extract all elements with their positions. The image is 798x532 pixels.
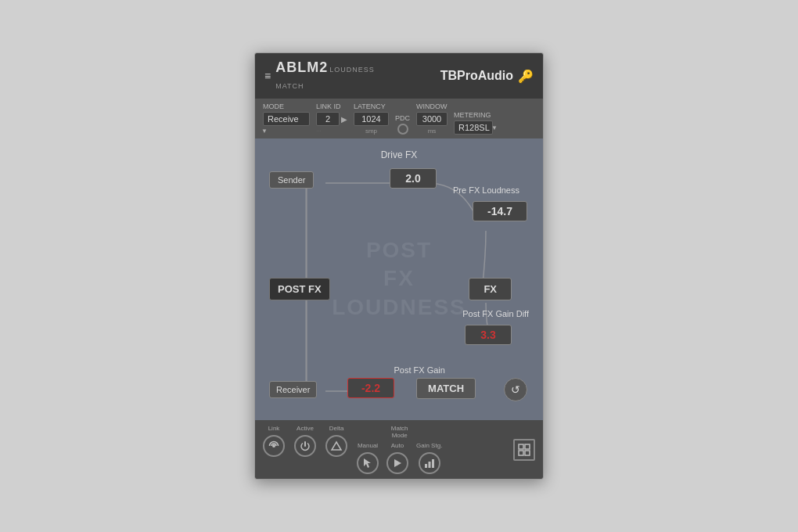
latency-value[interactable]: 1024: [354, 112, 389, 126]
main-area: POSTFX LOUDNESS Drive FX Sender 2.0 Pre …: [255, 138, 543, 420]
svg-point-3: [272, 444, 275, 448]
svg-rect-7: [425, 464, 427, 468]
mode-dropdown-arrow: ▼: [261, 128, 310, 135]
cursor-icon: [361, 457, 374, 469]
link-icon-button[interactable]: [263, 435, 285, 457]
svg-marker-5: [364, 458, 371, 468]
expand-icon: [518, 444, 530, 456]
link-bottom-label: Link: [268, 425, 280, 432]
fx-box[interactable]: FX: [469, 278, 512, 300]
metering-label: METERING: [454, 111, 498, 119]
ms-unit: ms: [416, 128, 448, 135]
sender-button[interactable]: Sender: [269, 171, 314, 189]
active-icon-group: Active: [294, 425, 316, 457]
metering-dropdown-arrow: ▼: [491, 124, 498, 131]
pdc-indicator[interactable]: [397, 124, 408, 135]
manual-label: Manual: [358, 442, 378, 449]
latency-label: LATENCY: [354, 102, 389, 110]
gain-stg-icon-group: Gain Stg.: [416, 442, 442, 474]
logo-text: ABLM2LOUDNESSMATCH: [275, 59, 375, 92]
svg-rect-12: [519, 451, 523, 455]
active-icon-button[interactable]: [294, 435, 316, 457]
window-value[interactable]: 3000: [416, 112, 448, 126]
link-value[interactable]: 2: [316, 112, 340, 126]
power-icon: [299, 440, 311, 452]
header-left: ≡ ABLM2LOUDNESSMATCH: [264, 59, 375, 92]
svg-rect-10: [519, 444, 523, 449]
match-mode-label: MatchMode: [357, 425, 442, 439]
post-fx-gain-label: Post FX Gain: [394, 365, 444, 375]
header-bar: ≡ ABLM2LOUDNESSMATCH TBProAudio 🔑: [255, 53, 543, 99]
metering-value[interactable]: R128SL: [454, 120, 493, 135]
auto-play-button[interactable]: [386, 452, 408, 474]
svg-rect-9: [432, 459, 434, 468]
post-fx-gain-diff-value[interactable]: 3.3: [465, 325, 512, 345]
bars-icon: [423, 457, 436, 469]
window-label: WINDOW: [416, 102, 448, 110]
match-mode-section: MatchMode Manual Auto: [357, 425, 442, 474]
manual-cursor-button[interactable]: [357, 452, 379, 474]
delta-icon-button[interactable]: [325, 435, 347, 457]
link-arrow[interactable]: ▶: [341, 115, 347, 124]
drive-fx-label: Drive FX: [381, 149, 418, 160]
link-icon-group: Link: [263, 425, 285, 457]
watermark: POSTFX LOUDNESS: [327, 236, 471, 322]
bottom-icons: Link Active: [263, 425, 442, 474]
plugin-window: ≡ ABLM2LOUDNESSMATCH TBProAudio 🔑 MODE R…: [254, 52, 544, 480]
controls-bar: MODE Receive ▼ LINK ID 2 ▶ ··· LATENCY 1…: [255, 99, 543, 138]
pdc-label: PDC: [395, 114, 410, 122]
svg-rect-8: [428, 462, 430, 468]
play-icon: [391, 457, 404, 469]
svg-marker-4: [332, 442, 341, 450]
post-fx-gain-value[interactable]: -2.2: [347, 378, 394, 398]
bottom-bar: Link Active: [255, 420, 543, 479]
smp-unit: smp: [354, 128, 389, 135]
delta-bottom-label: Delta: [329, 425, 344, 432]
header-right: TBProAudio 🔑: [440, 69, 534, 84]
pre-fx-loudness-label: Pre FX Loudness: [453, 185, 519, 195]
auto-icon-group: Auto: [386, 442, 408, 474]
gain-stg-label: Gain Stg.: [416, 442, 442, 449]
auto-label: Auto: [391, 442, 404, 449]
pre-fx-loudness-value[interactable]: -14.7: [473, 201, 527, 221]
match-button[interactable]: MATCH: [416, 378, 476, 399]
post-fx-label-box: POST FX: [269, 278, 330, 300]
svg-rect-11: [525, 444, 530, 449]
reset-button[interactable]: ↺: [504, 378, 527, 401]
receiver-button[interactable]: Receiver: [269, 381, 317, 398]
expand-button[interactable]: [513, 439, 535, 461]
mode-select[interactable]: Receive: [263, 112, 310, 126]
link-label: LINK ID: [316, 102, 347, 110]
post-fx-gain-diff-label: Post FX Gain Diff: [462, 309, 529, 318]
key-icon[interactable]: 🔑: [518, 69, 534, 84]
svg-marker-6: [394, 459, 401, 467]
manual-icon-group: Manual: [357, 442, 379, 474]
drive-fx-value[interactable]: 2.0: [390, 168, 437, 189]
logo-ablm2: ABLM2: [275, 59, 328, 75]
delta-icon: [330, 440, 343, 452]
svg-rect-13: [525, 451, 530, 455]
signal-icon: [268, 440, 280, 452]
mode-label: MODE: [263, 102, 310, 110]
menu-icon[interactable]: ≡: [264, 70, 271, 82]
match-mode-icons: Manual Auto: [357, 442, 442, 474]
delta-icon-group: Delta: [325, 425, 347, 457]
gain-stg-button[interactable]: [419, 452, 440, 474]
active-bottom-label: Active: [297, 425, 314, 432]
brand-name: TBProAudio: [440, 69, 513, 83]
